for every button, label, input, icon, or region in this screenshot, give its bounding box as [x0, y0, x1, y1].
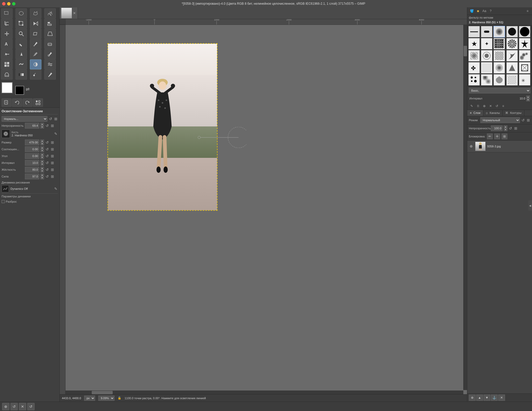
layer-opacity-spinner[interactable]: ▲ ▼ — [504, 125, 507, 131]
tool-bucket[interactable] — [1, 70, 13, 80]
bottom-new-image[interactable]: ⊕ — [2, 403, 9, 410]
tool-blend[interactable] — [15, 70, 27, 80]
tool-perspective[interactable] — [44, 29, 56, 39]
maximize-button[interactable] — [12, 2, 15, 5]
brush-action-refresh[interactable]: ↺ — [494, 103, 500, 109]
spacing-down[interactable]: ▼ — [40, 163, 44, 166]
brush-cell[interactable] — [493, 38, 505, 49]
tool-paintbrush[interactable] — [30, 39, 41, 49]
brush-cell[interactable] — [493, 74, 505, 86]
opacity-spinner[interactable]: ▲ ▼ — [40, 123, 44, 129]
rp-icon-help[interactable]: ? — [488, 8, 493, 14]
brush-cell[interactable] — [519, 26, 530, 37]
lock-position-button[interactable]: ✛ — [494, 134, 500, 139]
brush-cell[interactable] — [506, 26, 518, 37]
brush-category-dropdown[interactable]: Basic, — [469, 88, 530, 93]
size-input[interactable] — [25, 140, 39, 145]
tool-move[interactable] — [1, 29, 13, 39]
brush-cell[interactable] — [493, 62, 505, 74]
dynamics-edit-button[interactable]: ✎ — [54, 187, 58, 191]
tool-grid[interactable] — [1, 59, 13, 69]
hardness-extra-button[interactable]: ⊞ — [50, 168, 55, 172]
brush-cell[interactable] — [481, 50, 492, 62]
tool-align[interactable] — [44, 19, 56, 29]
brush-cell[interactable] — [468, 26, 480, 37]
brush-action-copy[interactable]: ⎘ — [475, 103, 481, 109]
tab-paths[interactable]: ⌘ Контуры — [503, 110, 524, 116]
dynamics-params-label[interactable]: Параметры динамики — [2, 195, 31, 198]
swap-colors-button[interactable]: ⇌ — [26, 86, 30, 92]
brush-cell-selected[interactable] — [493, 26, 505, 37]
size-up[interactable]: ▲ — [40, 140, 44, 142]
brush-action-delete[interactable]: ✕ — [488, 103, 493, 109]
angle-down[interactable]: ▼ — [40, 156, 44, 159]
brush-cell[interactable] — [468, 74, 480, 86]
bottom-cancel[interactable]: ✕ — [19, 403, 26, 410]
scatter-checkbox[interactable] — [2, 200, 5, 203]
angle-up[interactable]: ▲ — [40, 153, 44, 156]
force-down[interactable]: ▼ — [40, 176, 44, 179]
tool-new-image[interactable] — [2, 98, 12, 107]
force-up[interactable]: ▲ — [40, 174, 44, 176]
background-color-swatch[interactable] — [15, 86, 24, 95]
force-input[interactable] — [25, 174, 39, 179]
brush-cell[interactable] — [481, 74, 492, 86]
brush-cell[interactable] — [519, 62, 530, 74]
tool-shear[interactable] — [30, 29, 41, 39]
units-dropdown[interactable]: px — [84, 396, 95, 401]
minimize-button[interactable] — [7, 2, 10, 5]
zoom-dropdown[interactable]: 9.09% — [98, 396, 115, 401]
brush-cell[interactable] — [493, 50, 505, 62]
brush-thumbnail[interactable] — [2, 130, 10, 138]
brush-action-new[interactable]: ⊕ — [481, 103, 487, 109]
hardness-input[interactable] — [25, 167, 39, 173]
tool-text[interactable]: A — [1, 39, 13, 49]
opacity-up[interactable]: ▲ — [40, 123, 44, 126]
rp-icon-paintbucket[interactable]: 🪣 — [469, 8, 475, 14]
layer-item[interactable]: 9358-3.jpg — [467, 141, 532, 152]
spacing-up[interactable]: ▲ — [40, 160, 44, 163]
angle-extra-button[interactable]: ⊞ — [50, 154, 55, 158]
tool-ink[interactable] — [15, 49, 27, 59]
layer-bottom-anchor[interactable]: ⚓ — [491, 395, 498, 401]
hardness-down[interactable]: ▼ — [40, 170, 44, 173]
force-extra-button[interactable]: ⊞ — [50, 174, 55, 179]
tool-eraser[interactable] — [44, 39, 56, 49]
ratio-up[interactable]: ▲ — [40, 146, 44, 149]
tool-warp[interactable] — [44, 59, 56, 69]
layer-mode-reset[interactable]: ↺ — [521, 118, 525, 122]
opacity-down[interactable]: ▼ — [40, 126, 44, 129]
brush-cell[interactable] — [481, 26, 492, 37]
bottom-redo[interactable]: ↺ — [27, 403, 35, 410]
ratio-input[interactable] — [25, 146, 39, 152]
brush-cell[interactable]: ✤ — [468, 62, 480, 74]
tool-measure[interactable] — [30, 70, 41, 80]
layer-mode-dropdown[interactable]: Нормальный — [480, 117, 520, 123]
layer-mode-extra[interactable]: ⊞ — [526, 118, 530, 122]
rp-icon-color[interactable]: ■ — [475, 8, 481, 14]
spacing-input[interactable] — [25, 160, 39, 166]
brush-cell[interactable] — [506, 62, 518, 74]
opacity-reset-button[interactable]: ↺ — [45, 124, 49, 128]
tool-redo[interactable] — [23, 98, 32, 107]
size-extra-button[interactable]: ⊞ — [50, 140, 55, 145]
layer-bottom-delete[interactable]: ✕ — [498, 395, 505, 401]
lock-pixels-button[interactable]: ✏ — [487, 134, 493, 139]
size-reset-button[interactable]: ↺ — [45, 140, 49, 145]
size-down[interactable]: ▼ — [40, 142, 44, 145]
brush-cell[interactable]: ✳ — [519, 74, 530, 86]
scrollbar-v[interactable] — [463, 25, 467, 390]
close-button[interactable] — [2, 2, 6, 5]
mode-reset-button[interactable]: ↺ — [48, 117, 53, 121]
tool-ellipse-select[interactable] — [15, 8, 27, 18]
spacing-right-up[interactable]: ▲ — [526, 96, 530, 98]
tool-heal[interactable] — [44, 49, 56, 59]
brush-cell[interactable]: ✦ — [481, 38, 492, 49]
hardness-reset-button[interactable]: ↺ — [45, 168, 49, 172]
angle-input[interactable] — [25, 153, 39, 159]
scrollbar-h[interactable] — [66, 391, 463, 394]
force-reset-button[interactable]: ↺ — [45, 174, 49, 179]
tool-clone[interactable] — [30, 49, 41, 59]
spacing-reset-button[interactable]: ↺ — [45, 161, 49, 165]
ratio-extra-button[interactable]: ⊞ — [50, 147, 55, 151]
